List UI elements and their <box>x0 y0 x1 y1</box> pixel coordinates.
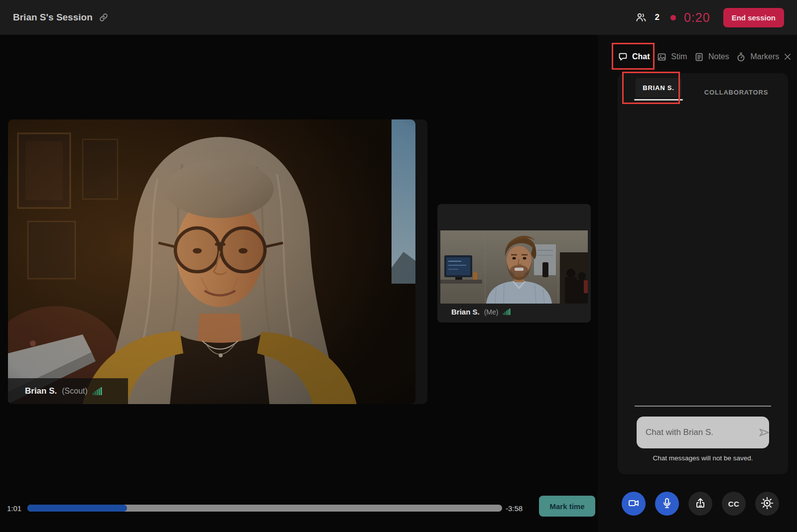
subtab-brian-s-label: BRIAN S. <box>636 78 681 98</box>
settings-button[interactable] <box>755 492 779 516</box>
progress-fill <box>27 505 127 512</box>
subtab-collaborators-label: COLLABORATORS <box>704 89 768 96</box>
tab-chat[interactable]: Chat <box>618 52 650 62</box>
self-video-card: Brian S. (Me) <box>437 204 591 322</box>
participant-role: (Me) <box>484 308 499 316</box>
tab-stim[interactable]: Stim <box>657 52 687 62</box>
chat-input[interactable] <box>637 427 756 437</box>
right-panel: Chat Stim N <box>598 35 797 532</box>
session-timer: 0:20 <box>684 10 710 25</box>
cc-icon: CC <box>728 500 740 508</box>
tab-stim-label: Stim <box>671 52 687 61</box>
camera-button[interactable] <box>622 492 646 516</box>
close-panel-icon[interactable] <box>783 52 792 61</box>
signal-strength-icon <box>93 387 103 395</box>
image-icon <box>657 52 667 62</box>
participants-icon <box>635 11 647 23</box>
microphone-icon <box>661 497 673 511</box>
chat-subtabs: BRIAN S. COLLABORATORS <box>618 73 788 101</box>
participant-role: (Scout) <box>62 387 88 396</box>
playback-progress-bar[interactable] <box>27 505 502 512</box>
notes-document-icon <box>694 52 704 62</box>
gear-icon <box>761 497 774 511</box>
share-icon <box>694 497 706 511</box>
page-title: Brian S's Session <box>13 12 93 23</box>
self-video-feed <box>440 230 588 304</box>
session-window: Brian S's Session 2 0:20 End sessio <box>0 0 797 532</box>
participant-name: Brian S. <box>451 308 480 316</box>
self-participant-label: Brian S. (Me) <box>451 308 511 316</box>
participant-name: Brian S. <box>25 386 57 396</box>
chat-disclaimer: Chat messages will not be saved. <box>618 454 788 462</box>
chat-bubble-icon <box>618 52 628 62</box>
panel-tab-bar: Chat Stim N <box>618 44 792 70</box>
main-video-art <box>8 119 415 404</box>
chat-input-box <box>637 417 769 448</box>
participant-count: 2 <box>655 12 660 22</box>
tab-notes-label: Notes <box>708 52 729 61</box>
copy-link-icon[interactable] <box>99 12 109 22</box>
top-bar: Brian S's Session 2 0:20 End sessio <box>0 0 797 35</box>
share-screen-button[interactable] <box>688 492 712 516</box>
signal-strength-icon <box>503 309 511 315</box>
mark-time-button[interactable]: Mark time <box>539 496 595 517</box>
tab-notes[interactable]: Notes <box>694 52 729 62</box>
active-tab-underline <box>634 99 683 101</box>
main-participant-label: Brian S. (Scout) <box>8 378 128 404</box>
microphone-button[interactable] <box>655 492 679 516</box>
tab-markers-label: Markers <box>750 52 779 61</box>
send-message-button[interactable] <box>756 426 778 439</box>
main-video-feed: Brian S. (Scout) <box>8 119 415 404</box>
tab-markers[interactable]: Markers <box>736 52 779 62</box>
self-video-art <box>440 230 588 304</box>
camera-icon <box>628 497 640 511</box>
elapsed-time: 1:01 <box>7 504 21 513</box>
tab-chat-label: Chat <box>632 52 650 61</box>
chat-divider <box>635 406 771 407</box>
call-controls: CC <box>622 492 779 516</box>
captions-button[interactable]: CC <box>722 492 746 516</box>
subtab-collaborators[interactable]: COLLABORATORS <box>697 78 775 101</box>
stopwatch-icon <box>736 52 746 62</box>
subtab-brian-s[interactable]: BRIAN S. <box>620 78 697 101</box>
main-video-card: Brian S. (Scout) <box>8 119 427 404</box>
remaining-time: -3:58 <box>506 504 523 513</box>
recording-dot-icon <box>670 15 676 20</box>
end-session-button[interactable]: End session <box>723 8 784 27</box>
video-stage: Brian S. (Scout) <box>0 35 598 532</box>
chat-panel: BRIAN S. COLLABORATORS Chat messages wil… <box>618 73 788 474</box>
